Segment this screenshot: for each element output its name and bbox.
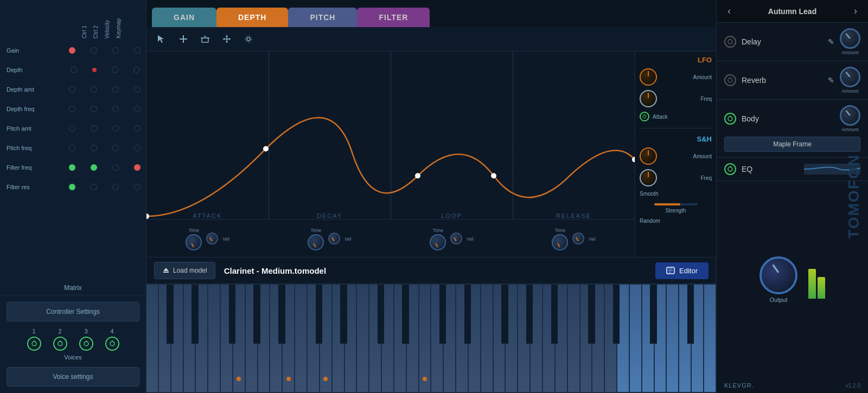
dot[interactable] (112, 47, 119, 54)
tab-gain[interactable]: GAIN (152, 8, 216, 27)
reverb-edit-icon[interactable]: ✎ (828, 76, 834, 85)
dot[interactable] (112, 145, 119, 151)
key[interactable] (419, 285, 431, 393)
dot[interactable] (112, 67, 118, 73)
lfo-amount-knob[interactable] (640, 68, 657, 86)
output-knob[interactable] (760, 256, 797, 294)
dot[interactable] (134, 86, 141, 93)
dot[interactable] (134, 125, 141, 132)
load-model-button[interactable]: Load model (154, 262, 215, 279)
key[interactable] (221, 285, 233, 393)
key[interactable] (159, 285, 171, 393)
dot[interactable] (112, 86, 119, 93)
decay-time-knob2[interactable] (328, 233, 340, 244)
key[interactable] (308, 285, 320, 393)
loop-time-knob2[interactable] (450, 233, 462, 244)
dot[interactable] (91, 164, 97, 171)
dot[interactable] (134, 106, 141, 112)
tab-pitch[interactable]: PITCH (288, 8, 357, 27)
key[interactable] (605, 285, 617, 393)
tab-filter[interactable]: FILTER (357, 8, 430, 27)
body-selector[interactable]: Maple Frame (724, 137, 860, 152)
key[interactable] (431, 285, 443, 393)
key[interactable] (494, 285, 506, 393)
body-power-button[interactable] (724, 113, 736, 125)
dot[interactable] (112, 184, 119, 190)
voice-power-2[interactable] (53, 337, 67, 351)
dot[interactable] (91, 86, 97, 93)
dot[interactable] (91, 47, 97, 54)
dot[interactable] (71, 67, 77, 73)
delay-edit-icon[interactable]: ✎ (828, 37, 834, 46)
voice-settings-button[interactable]: Voice settings (7, 367, 139, 386)
dot[interactable] (134, 47, 141, 54)
dot[interactable] (69, 164, 75, 171)
attack-time-knob[interactable] (186, 234, 202, 250)
dot[interactable] (69, 125, 75, 132)
next-preset-button[interactable]: › (852, 5, 859, 17)
key[interactable] (394, 285, 406, 393)
dot[interactable] (134, 184, 141, 190)
key[interactable] (580, 285, 592, 393)
dot[interactable] (69, 184, 75, 190)
key[interactable] (456, 285, 468, 393)
decay-time-knob[interactable] (308, 234, 324, 250)
attack-time-knob2[interactable] (206, 233, 218, 244)
key[interactable] (146, 285, 158, 393)
key[interactable] (679, 285, 691, 393)
dot[interactable] (112, 125, 119, 132)
voice-power-3[interactable] (79, 337, 93, 351)
dot[interactable] (69, 47, 75, 54)
dot[interactable] (69, 145, 75, 151)
key[interactable] (369, 285, 381, 393)
dot[interactable] (91, 106, 97, 112)
eq-power-button[interactable] (724, 163, 736, 175)
key[interactable] (333, 285, 344, 393)
controller-settings-button[interactable]: Controller Settings (7, 302, 139, 321)
dot[interactable] (134, 145, 141, 151)
prev-preset-button[interactable]: ‹ (725, 5, 733, 17)
loop-time-knob[interactable] (430, 234, 446, 250)
key[interactable] (642, 285, 654, 393)
voice-power-1[interactable] (27, 337, 41, 351)
key[interactable] (246, 285, 258, 393)
key[interactable] (568, 285, 580, 393)
key[interactable] (667, 285, 679, 393)
dot[interactable] (112, 164, 119, 171)
dot[interactable] (91, 145, 97, 151)
editor-button[interactable]: Editor (655, 262, 709, 279)
key[interactable] (518, 285, 530, 393)
key[interactable] (270, 285, 282, 393)
delay-power-button[interactable] (724, 36, 736, 48)
release-time-knob[interactable] (552, 234, 568, 250)
dot[interactable] (91, 125, 97, 132)
voice-power-4[interactable] (105, 337, 119, 351)
key[interactable] (184, 285, 196, 393)
lfo-freq-knob[interactable] (640, 90, 657, 107)
sh-freq-knob[interactable] (640, 169, 657, 186)
key[interactable] (295, 285, 307, 393)
move-icon[interactable] (219, 31, 234, 47)
key[interactable] (357, 285, 369, 393)
dot[interactable] (69, 106, 75, 112)
key[interactable] (630, 285, 642, 393)
dot[interactable] (92, 68, 97, 72)
reverb-power-button[interactable] (724, 74, 736, 86)
sh-amount-knob[interactable] (640, 147, 657, 165)
plus-icon[interactable] (176, 31, 191, 47)
release-time-knob2[interactable] (572, 233, 584, 244)
delete-icon[interactable] (197, 31, 213, 47)
dot[interactable] (134, 164, 141, 171)
cursor-icon[interactable] (154, 31, 169, 47)
key[interactable] (481, 285, 493, 393)
key[interactable] (208, 285, 220, 393)
key[interactable] (543, 285, 555, 393)
strength-slider[interactable] (654, 203, 698, 205)
key[interactable] (704, 285, 716, 393)
dot[interactable] (112, 106, 119, 112)
settings-icon[interactable] (241, 31, 256, 47)
dot[interactable] (133, 67, 140, 73)
dot[interactable] (69, 86, 75, 93)
dot[interactable] (91, 184, 97, 190)
lfo-power-btn[interactable] (640, 112, 649, 121)
